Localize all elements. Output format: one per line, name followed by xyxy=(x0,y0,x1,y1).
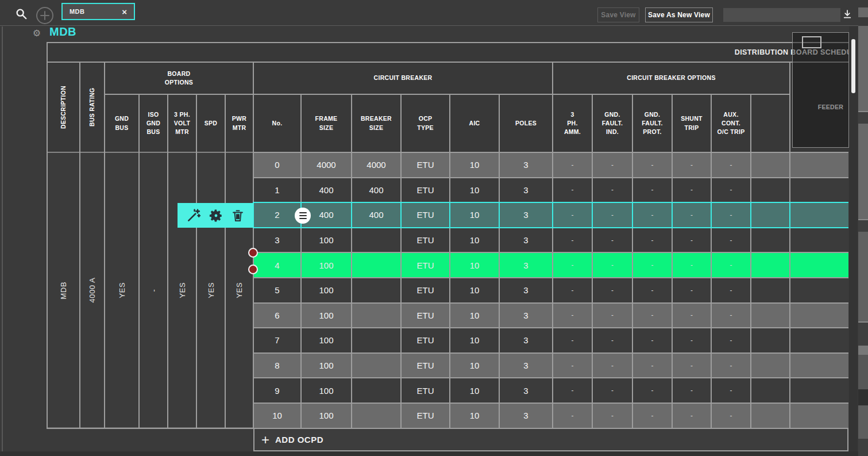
cell-row7-ocp-type[interactable]: ETU xyxy=(402,328,449,352)
cell-row3-breaker-size[interactable] xyxy=(352,228,400,252)
cell-row3-poles[interactable]: 3 xyxy=(500,228,552,252)
cell-row2-3ph-amm[interactable]: - xyxy=(553,203,592,227)
cell-row9-shunt-trip[interactable]: - xyxy=(673,378,711,403)
cell-row0-aux-cont-oc-trip[interactable]: - xyxy=(712,153,750,177)
board-info-spd[interactable]: YES xyxy=(197,153,225,428)
cell-row2-no[interactable]: 2 xyxy=(254,203,300,227)
cell-row1-shunt-trip[interactable]: - xyxy=(673,178,711,202)
board-info-3ph-volt-mtr[interactable]: YES xyxy=(168,153,196,428)
cell-row6-3ph-amm[interactable]: - xyxy=(553,304,592,328)
cell-row10-frame-size[interactable]: 100 xyxy=(302,404,351,428)
add-circle-icon[interactable] xyxy=(36,6,54,25)
cell-row9-no[interactable]: 9 xyxy=(254,378,300,403)
cell-row4-feeder[interactable] xyxy=(790,253,848,277)
board-info-iso-gnd-bus[interactable]: - xyxy=(140,153,167,428)
cell-row8-gnd-fault-ind[interactable]: - xyxy=(593,354,632,378)
board-info-pwr-mtr[interactable]: YES xyxy=(226,153,253,428)
cell-row0-frame-size[interactable]: 4000 xyxy=(302,153,351,177)
cell-row5-breaker-size[interactable] xyxy=(352,278,400,302)
selection-handle-bottom[interactable] xyxy=(248,265,258,274)
cell-row2-aic[interactable]: 10 xyxy=(450,203,499,227)
cell-row8-3ph-amm[interactable]: - xyxy=(553,354,592,378)
cell-row10-3ph-amm[interactable]: - xyxy=(553,404,592,428)
vertical-scrollbar-thumb[interactable] xyxy=(851,39,855,93)
cell-row9-blank[interactable] xyxy=(751,378,789,403)
cell-row0-no[interactable]: 0 xyxy=(254,153,300,177)
cell-row7-frame-size[interactable]: 100 xyxy=(302,328,351,352)
cell-row9-frame-size[interactable]: 100 xyxy=(302,378,351,403)
cell-row7-poles[interactable]: 3 xyxy=(500,328,552,352)
cell-row10-shunt-trip[interactable]: - xyxy=(673,404,711,428)
cell-row5-aux-cont-oc-trip[interactable]: - xyxy=(712,278,750,302)
cell-row7-shunt-trip[interactable]: - xyxy=(673,328,711,352)
cell-row3-shunt-trip[interactable]: - xyxy=(673,228,711,252)
cell-row3-aic[interactable]: 10 xyxy=(450,228,499,252)
cell-row6-feeder[interactable] xyxy=(790,304,848,328)
cell-row1-3ph-amm[interactable]: - xyxy=(553,178,592,202)
minimap-viewport-rect[interactable] xyxy=(802,36,821,48)
cell-row5-ocp-type[interactable]: ETU xyxy=(402,278,449,302)
cell-row7-no[interactable]: 7 xyxy=(254,328,300,352)
cell-row5-3ph-amm[interactable]: - xyxy=(553,278,592,302)
cell-row4-frame-size[interactable]: 100 xyxy=(302,253,351,277)
cell-row1-aic[interactable]: 10 xyxy=(450,178,499,202)
cell-row0-blank[interactable] xyxy=(751,153,789,177)
cell-row5-feeder[interactable] xyxy=(790,278,848,302)
cell-row10-gnd-fault-ind[interactable]: - xyxy=(593,404,632,428)
board-info-gnd-bus[interactable]: YES xyxy=(105,153,138,428)
cell-row5-frame-size[interactable]: 100 xyxy=(302,278,351,302)
filter-chip-mdb[interactable]: MDB × xyxy=(61,3,135,20)
cell-row0-shunt-trip[interactable]: - xyxy=(673,153,711,177)
cell-row4-breaker-size[interactable] xyxy=(352,253,400,277)
cell-row8-gnd-fault-prot[interactable]: - xyxy=(633,354,672,378)
cell-row3-blank[interactable] xyxy=(751,228,789,252)
cell-row7-gnd-fault-ind[interactable]: - xyxy=(593,328,632,352)
cell-row10-breaker-size[interactable] xyxy=(352,404,400,428)
cell-row4-gnd-fault-ind[interactable]: - xyxy=(593,253,632,277)
gear-icon[interactable]: ⚙ xyxy=(32,28,42,39)
cell-row6-blank[interactable] xyxy=(751,304,789,328)
cell-row6-shunt-trip[interactable]: - xyxy=(673,304,711,328)
cell-row10-aux-cont-oc-trip[interactable]: - xyxy=(712,404,750,428)
cell-row4-blank[interactable] xyxy=(751,253,789,277)
cell-row4-3ph-amm[interactable]: - xyxy=(553,253,592,277)
cell-row2-aux-cont-oc-trip[interactable]: - xyxy=(712,203,750,227)
save-view-button[interactable]: Save View xyxy=(597,7,639,22)
cell-row9-aic[interactable]: 10 xyxy=(450,378,499,403)
add-ocpd-button[interactable]: + ADD OCPD xyxy=(253,428,848,451)
search-icon[interactable] xyxy=(14,6,29,21)
cell-row10-ocp-type[interactable]: ETU xyxy=(402,404,449,428)
cell-row0-feeder[interactable] xyxy=(790,153,848,177)
cell-row3-frame-size[interactable]: 100 xyxy=(302,228,351,252)
cell-row8-shunt-trip[interactable]: - xyxy=(673,354,711,378)
gear-icon[interactable] xyxy=(209,208,223,223)
board-info-description[interactable]: MDB xyxy=(48,153,79,428)
cell-row5-gnd-fault-prot[interactable]: - xyxy=(633,278,672,302)
cell-row8-poles[interactable]: 3 xyxy=(500,354,552,378)
cell-row9-gnd-fault-ind[interactable]: - xyxy=(593,378,632,403)
view-name-input[interactable] xyxy=(723,8,840,22)
cell-row0-breaker-size[interactable]: 4000 xyxy=(352,153,400,177)
cell-row5-poles[interactable]: 3 xyxy=(500,278,552,302)
cell-row9-poles[interactable]: 3 xyxy=(500,378,552,403)
cell-row6-frame-size[interactable]: 100 xyxy=(302,304,351,328)
cell-row3-ocp-type[interactable]: ETU xyxy=(402,228,449,252)
cell-row10-blank[interactable] xyxy=(751,404,789,428)
cell-row6-no[interactable]: 6 xyxy=(254,304,300,328)
cell-row8-aic[interactable]: 10 xyxy=(450,354,499,378)
cell-row10-no[interactable]: 10 xyxy=(254,404,300,428)
cell-row10-feeder[interactable] xyxy=(790,404,848,428)
close-icon[interactable]: × xyxy=(122,7,127,16)
cell-row4-poles[interactable]: 3 xyxy=(500,253,552,277)
cell-row4-aux-cont-oc-trip[interactable]: - xyxy=(712,253,750,277)
cell-row6-poles[interactable]: 3 xyxy=(500,304,552,328)
cell-row7-feeder[interactable] xyxy=(790,328,848,352)
cell-row1-aux-cont-oc-trip[interactable]: - xyxy=(712,178,750,202)
cell-row2-gnd-fault-ind[interactable]: - xyxy=(593,203,632,227)
cell-row10-poles[interactable]: 3 xyxy=(500,404,552,428)
cell-row1-no[interactable]: 1 xyxy=(254,178,300,202)
cell-row8-frame-size[interactable]: 100 xyxy=(302,354,351,378)
magic-wand-icon[interactable] xyxy=(186,208,201,223)
cell-row0-poles[interactable]: 3 xyxy=(500,153,552,177)
cell-row0-ocp-type[interactable]: ETU xyxy=(402,153,449,177)
